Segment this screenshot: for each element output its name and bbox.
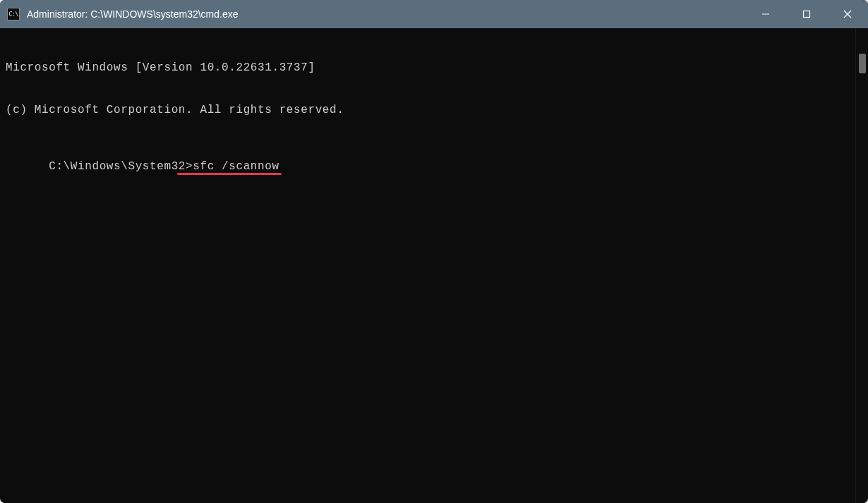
prompt-text: C:\Windows\System32>	[49, 160, 193, 173]
minimize-button[interactable]	[745, 0, 786, 28]
window-controls	[745, 0, 868, 28]
scrollbar-thumb[interactable]	[859, 54, 866, 73]
close-icon	[843, 10, 852, 18]
maximize-button[interactable]	[786, 0, 827, 28]
titlebar[interactable]: C:\ Administrator: C:\WINDOWS\system32\c…	[0, 0, 868, 28]
terminal-body: Microsoft Windows [Version 10.0.22631.37…	[0, 28, 868, 503]
scrollbar-vertical[interactable]	[855, 28, 868, 503]
cmd-window: C:\ Administrator: C:\WINDOWS\system32\c…	[0, 0, 868, 503]
terminal-output-line: Microsoft Windows [Version 10.0.22631.37…	[6, 61, 850, 75]
command-text: sfc /scannow	[193, 160, 279, 173]
annotation-underline	[177, 173, 282, 175]
svg-rect-1	[804, 11, 810, 18]
window-title: Administrator: C:\WINDOWS\system32\cmd.e…	[27, 8, 745, 20]
maximize-icon	[802, 10, 811, 18]
minimize-icon	[761, 10, 770, 18]
terminal-output-line: (c) Microsoft Corporation. All rights re…	[6, 103, 850, 117]
cmd-icon: C:\	[7, 8, 20, 20]
terminal-content[interactable]: Microsoft Windows [Version 10.0.22631.37…	[0, 28, 855, 503]
terminal-prompt-line: C:\Windows\System32>sfc /scannow	[49, 159, 279, 174]
close-button[interactable]	[827, 0, 868, 28]
